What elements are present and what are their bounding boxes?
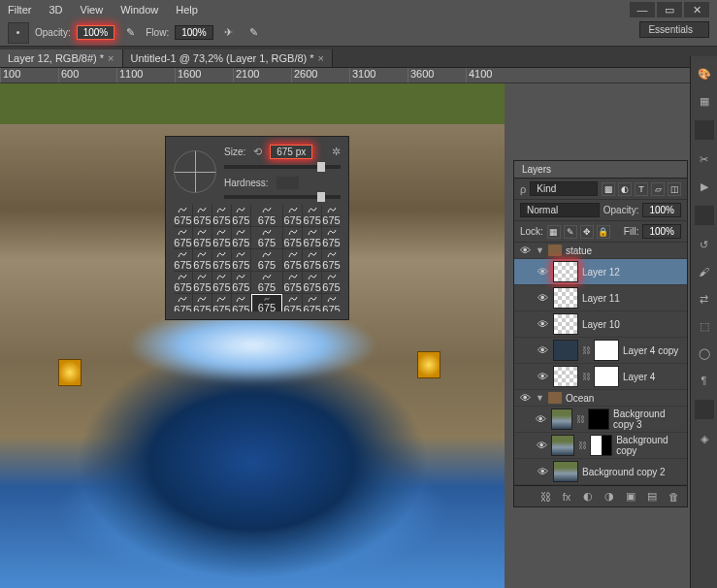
swatches-panel-icon[interactable]: ▦: [695, 91, 714, 111]
layer-row-bg2[interactable]: 👁 Background copy 2: [514, 459, 687, 485]
layer-row-4[interactable]: 👁 ⛓ Layer 4: [514, 364, 687, 390]
layer-row-4-copy[interactable]: 👁 ⛓ Layer 4 copy: [514, 338, 687, 364]
menu-view[interactable]: View: [81, 4, 104, 16]
brush-preset-cell[interactable]: 675: [303, 227, 321, 248]
brush-preset-cell[interactable]: 675: [232, 249, 250, 271]
brush-preset-cell[interactable]: 675: [193, 249, 212, 271]
lock-pixels-icon[interactable]: ✎: [564, 225, 577, 239]
close-tab-icon[interactable]: ×: [108, 52, 114, 64]
layer-fx-icon[interactable]: fx: [559, 489, 574, 505]
menu-help[interactable]: Help: [176, 4, 198, 16]
add-mask-icon[interactable]: ◐: [580, 489, 596, 505]
mask-thumbnail[interactable]: [594, 340, 619, 361]
brush-preset-cell[interactable]: 675: [322, 272, 341, 293]
disclosure-triangle[interactable]: ▼: [536, 245, 544, 255]
filter-smart-icon[interactable]: ◫: [668, 182, 681, 196]
workspace-switcher[interactable]: Essentials: [639, 21, 709, 38]
paragraph-panel-icon[interactable]: ¶: [695, 371, 714, 390]
brush-preset-cell[interactable]: 675: [251, 249, 282, 271]
brush-preset-cell[interactable]: 675: [232, 272, 250, 293]
brush-preset-cell[interactable]: 675: [212, 272, 231, 293]
mask-thumbnail[interactable]: [588, 408, 609, 430]
minimize-button[interactable]: —: [630, 2, 655, 17]
brush-preset-picker[interactable]: [8, 22, 29, 44]
visibility-icon[interactable]: 👁: [536, 344, 549, 356]
mask-thumbnail[interactable]: [590, 435, 612, 456]
brush-preset-cell[interactable]: 675: [251, 227, 282, 248]
layer-thumbnail[interactable]: [553, 287, 578, 309]
brush-preset-cell[interactable]: 675: [283, 294, 302, 311]
menu-3d[interactable]: 3D: [49, 4, 62, 16]
brush-panel-icon[interactable]: 🖌: [695, 262, 714, 281]
brush-preset-cell[interactable]: 675: [283, 227, 302, 248]
layers-tab[interactable]: Layers: [514, 161, 687, 179]
brush-preset-cell[interactable]: 675: [174, 205, 192, 226]
mask-link-icon[interactable]: ⛓: [576, 414, 584, 424]
new-layer-icon[interactable]: ▤: [644, 489, 660, 505]
layer-thumbnail[interactable]: [553, 313, 578, 335]
filter-pixel-icon[interactable]: ▩: [602, 182, 615, 196]
brush-preset-cell[interactable]: 675: [174, 272, 192, 293]
brush-preset-cell[interactable]: 675: [212, 249, 231, 271]
mask-link-icon[interactable]: ⛓: [578, 441, 586, 450]
visibility-icon[interactable]: 👁: [518, 245, 532, 256]
document-tab-1[interactable]: Layer 12, RGB/8#) *×: [0, 49, 123, 67]
brush-angle-control[interactable]: [174, 150, 216, 193]
layer-row-10[interactable]: 👁 Layer 10: [514, 311, 687, 338]
visibility-icon[interactable]: 👁: [518, 392, 532, 404]
brush-preset-cell[interactable]: 675: [251, 294, 282, 311]
fill-value[interactable]: 100%: [642, 224, 681, 239]
opacity-value[interactable]: 100%: [77, 25, 115, 40]
brush-size-value[interactable]: 675 px: [270, 145, 312, 159]
lock-all-icon[interactable]: 🔒: [597, 225, 610, 239]
layer-group-ocean[interactable]: 👁 ▼ Ocean: [514, 390, 687, 407]
layer-row-bg[interactable]: 👁 ⛓ Background copy: [514, 433, 687, 459]
layer-row-bg3[interactable]: 👁 ⛓ Background copy 3: [514, 407, 687, 433]
brush-preset-cell[interactable]: 675: [174, 294, 192, 311]
flow-value[interactable]: 100%: [175, 25, 213, 40]
brush-preset-cell[interactable]: 675: [251, 205, 282, 226]
visibility-icon[interactable]: 👁: [536, 466, 549, 477]
visibility-icon[interactable]: 👁: [536, 318, 549, 330]
filter-type-icon[interactable]: ρ: [520, 183, 526, 195]
new-adjustment-icon[interactable]: ◑: [602, 489, 617, 505]
brush-preset-cell[interactable]: 675: [303, 272, 321, 293]
brush-preset-grid[interactable]: 6756756756756756756756756756756756756756…: [174, 205, 341, 311]
brush-preset-cell[interactable]: 675: [212, 205, 231, 226]
brush-preset-cell[interactable]: 675: [283, 272, 302, 293]
hardness-value[interactable]: [277, 177, 299, 189]
size-slider[interactable]: [224, 165, 341, 169]
brush-preset-cell[interactable]: 675: [174, 249, 192, 271]
brush-preset-cell[interactable]: 675: [283, 249, 302, 271]
menu-window[interactable]: Window: [120, 4, 158, 16]
close-tab-icon[interactable]: ×: [318, 52, 324, 64]
brush-preset-cell[interactable]: 675: [193, 272, 212, 293]
gear-icon[interactable]: ✲: [332, 146, 341, 158]
layer-row-12[interactable]: 👁 Layer 12: [514, 259, 687, 285]
filter-adjust-icon[interactable]: ◐: [618, 182, 632, 196]
layer-opacity-value[interactable]: 100%: [642, 203, 681, 217]
blend-mode-select[interactable]: Normal: [520, 203, 600, 217]
mask-link-icon[interactable]: ⛓: [582, 372, 590, 381]
maximize-button[interactable]: ▭: [657, 2, 682, 17]
brush-preset-cell[interactable]: 675: [322, 249, 341, 271]
brush-preset-cell[interactable]: 675: [193, 205, 212, 226]
link-layers-icon[interactable]: ⛓: [538, 489, 553, 505]
document-tab-2[interactable]: Untitled-1 @ 73,2% (Layer 1, RGB/8) *×: [123, 49, 334, 67]
brush-preset-cell[interactable]: 675: [232, 205, 250, 226]
pressure-opacity-icon[interactable]: ✎: [120, 23, 140, 43]
brush-preset-cell[interactable]: 675: [322, 227, 341, 248]
delete-layer-icon[interactable]: 🗑: [666, 489, 681, 505]
layer-row-11[interactable]: 👁 Layer 11: [514, 285, 687, 311]
disclosure-triangle[interactable]: ▼: [536, 393, 544, 403]
brush-preset-cell[interactable]: 675: [251, 272, 282, 293]
new-group-icon[interactable]: ▣: [623, 489, 638, 505]
clone-panel-icon[interactable]: ⬚: [695, 316, 714, 336]
brush-preset-cell[interactable]: 675: [193, 294, 212, 311]
mask-thumbnail[interactable]: [594, 366, 619, 387]
layers-dock-icon[interactable]: ◈: [695, 429, 714, 448]
brush-presets-icon[interactable]: ⇄: [695, 289, 714, 309]
tool-presets-icon[interactable]: ◯: [695, 343, 714, 363]
lock-position-icon[interactable]: ✥: [580, 225, 594, 239]
brush-preset-cell[interactable]: 675: [303, 205, 321, 226]
